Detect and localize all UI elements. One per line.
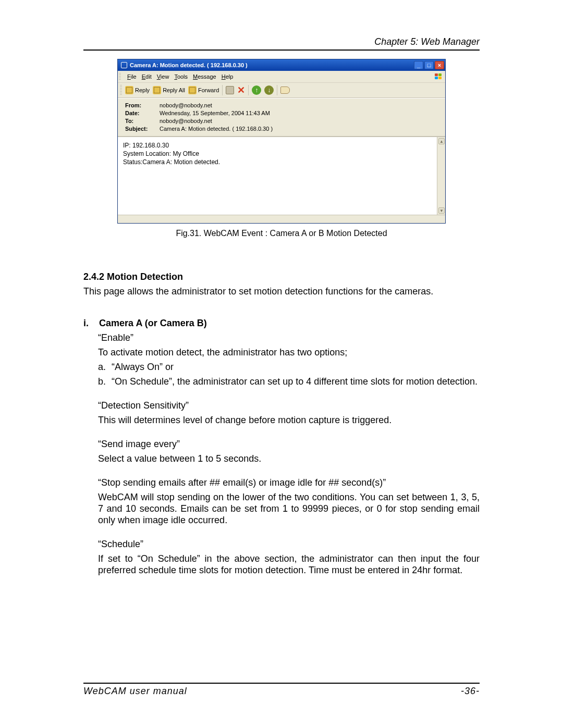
option-a: “Always On” or <box>112 361 174 373</box>
schedule-desc: If set to “On Schedule” in the above sec… <box>98 553 480 576</box>
envelope-icon <box>153 86 161 94</box>
scroll-up-icon[interactable]: ▲ <box>438 138 445 144</box>
stop-sending-desc: WebCAM will stop sending on the lower of… <box>98 491 480 526</box>
forward-label: Forward <box>198 87 219 93</box>
menu-file[interactable]: File <box>127 73 137 80</box>
section-intro: This page allows the administrator to se… <box>83 286 480 297</box>
window-titlebar: Camera A: Motion detected. ( 192.168.0.3… <box>118 59 445 71</box>
envelope-icon <box>188 86 197 94</box>
footer-rule <box>83 683 480 684</box>
forward-button[interactable]: Forward <box>188 86 219 94</box>
body-line: IP: 192.168.0.30 <box>123 141 432 150</box>
option-list: a.“Always On” or b.“On Schedule”, the ad… <box>98 361 480 387</box>
detection-sensitivity-desc: This will determines level of change bef… <box>98 414 480 426</box>
next-button[interactable]: ↓ <box>264 85 274 95</box>
scrollbar[interactable]: ▲ ▼ <box>437 137 445 215</box>
toolbar-separator <box>248 85 249 95</box>
subject-label: Subject: <box>125 125 154 133</box>
reply-label: Reply <box>135 87 150 93</box>
send-image-heading: “Send image every” <box>98 438 480 450</box>
date-value: Wednesday, 15 September, 2004 11:43 AM <box>160 109 270 117</box>
from-value: nobody@nobody.net <box>160 102 212 109</box>
menu-edit[interactable]: Edit <box>142 73 152 80</box>
window-icon <box>121 62 127 68</box>
status-bar <box>118 215 445 223</box>
stop-sending-heading: “Stop sending emails after ## email(s) o… <box>98 477 480 488</box>
enable-desc: To activate motion detect, the administr… <box>98 347 480 358</box>
menu-view[interactable]: View <box>157 73 169 80</box>
footer-manual-name: WebCAM user manual <box>83 686 187 697</box>
to-label: To: <box>125 117 154 125</box>
menu-grip <box>119 73 121 80</box>
menu-message[interactable]: Message <box>193 73 216 80</box>
body-line: System Location: My Office <box>123 150 432 158</box>
schedule-heading: “Schedule” <box>98 538 480 550</box>
message-body-area: IP: 192.168.0.30 System Location: My Off… <box>118 137 445 215</box>
previous-button[interactable]: ↑ <box>252 85 261 95</box>
section-title: 2.4.2 Motion Detection <box>83 272 480 282</box>
menu-tools[interactable]: Tools <box>174 73 188 80</box>
app-logo-icon <box>434 72 443 81</box>
subject-value: Camera A: Motion detected. ( 192.168.0.3… <box>160 125 273 133</box>
toolbar: Reply Reply All Forward ✕ ↑ ↓ <box>118 83 445 98</box>
list-marker: b. <box>98 376 112 387</box>
menu-bar: File Edit View Tools Message Help <box>118 71 445 83</box>
body-line: Status:Camera A: Motion detected. <box>123 158 432 166</box>
maximize-button[interactable]: □ <box>424 61 434 69</box>
reply-all-label: Reply All <box>163 87 185 93</box>
send-image-desc: Select a value between 1 to 5 seconds. <box>98 453 480 464</box>
print-button[interactable] <box>226 86 234 94</box>
message-headers: From:nobody@nobody.net Date:Wednesday, 1… <box>118 98 445 137</box>
embedded-screenshot: Camera A: Motion detected. ( 192.168.0.3… <box>117 59 446 224</box>
page-header: Chapter 5: Web Manager <box>83 36 480 47</box>
from-label: From: <box>125 102 154 109</box>
detection-sensitivity-heading: “Detection Sensitivity” <box>98 400 480 411</box>
date-label: Date: <box>125 109 154 117</box>
addresses-button[interactable] <box>280 87 290 94</box>
message-body: IP: 192.168.0.30 System Location: My Off… <box>118 137 437 215</box>
header-rule <box>83 50 480 51</box>
toolbar-separator <box>222 85 223 95</box>
list-marker: a. <box>98 361 112 373</box>
enable-heading: “Enable” <box>98 332 480 343</box>
to-value: nobody@nobody.net <box>160 117 212 125</box>
envelope-icon <box>125 86 133 94</box>
reply-all-button[interactable]: Reply All <box>153 86 185 94</box>
scroll-down-icon[interactable]: ▼ <box>438 207 445 214</box>
footer-page-number: -36- <box>461 686 480 697</box>
subsection-title: i. Camera A (or Camera B) <box>83 318 480 329</box>
option-b: “On Schedule”, the administrator can set… <box>112 376 478 387</box>
window-title: Camera A: Motion detected. ( 192.168.0.3… <box>130 62 414 68</box>
reply-button[interactable]: Reply <box>125 86 150 94</box>
figure-caption: Fig.31. WebCAM Event : Camera A or B Mot… <box>83 229 480 238</box>
menu-help[interactable]: Help <box>222 73 234 80</box>
minimize-button[interactable]: _ <box>414 61 423 69</box>
delete-button[interactable]: ✕ <box>237 86 245 94</box>
toolbar-grip <box>120 85 122 95</box>
toolbar-separator <box>277 85 277 95</box>
close-button[interactable]: × <box>435 61 444 69</box>
